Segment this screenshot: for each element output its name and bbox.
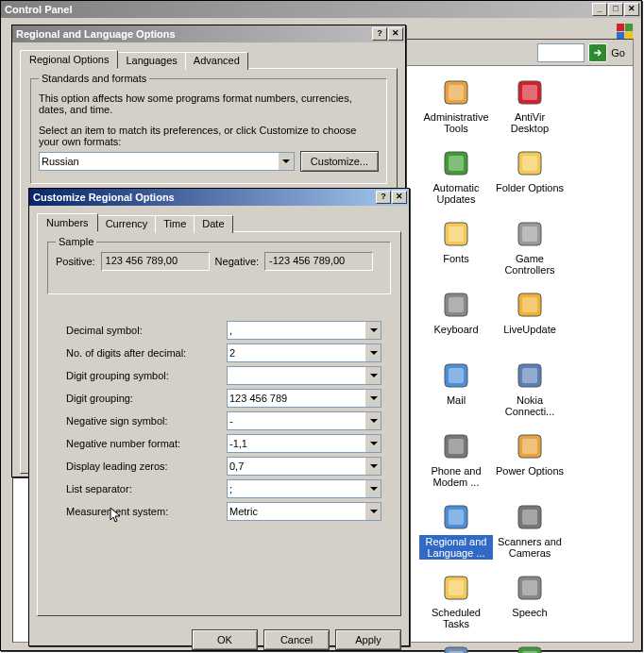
sample-group: Sample Positive: 123 456 789,00 Negative… [47, 242, 391, 294]
address-dropdown[interactable] [537, 43, 585, 62]
cp-item[interactable]: Taskbar and Start Menu [493, 642, 567, 653]
cp-item-icon [515, 431, 545, 461]
field-dropdown[interactable]: 0,7 [227, 457, 381, 476]
tab-time[interactable]: Time [155, 215, 195, 233]
dialog-title: Customize Regional Options [31, 192, 375, 203]
cp-item[interactable]: Speech [493, 571, 567, 642]
svg-rect-31 [522, 510, 537, 525]
svg-rect-0 [617, 24, 624, 31]
customize-button[interactable]: Customize... [300, 151, 379, 172]
cp-item-icon [441, 148, 471, 178]
regional-titlebar: Regional and Language Options ? ✕ [12, 25, 405, 42]
chevron-down-icon [279, 153, 294, 170]
cp-item[interactable]: Power Options [493, 429, 567, 500]
group-legend: Standards and formats [39, 73, 149, 84]
cp-item-icon [515, 644, 545, 653]
tab-advanced[interactable]: Advanced [185, 52, 248, 70]
close-button[interactable]: ✕ [392, 191, 407, 204]
cp-item-label: Phone and Modem ... [419, 464, 493, 489]
tab-languages[interactable]: Languages [117, 52, 185, 70]
go-button[interactable] [588, 43, 607, 62]
svg-rect-5 [449, 85, 464, 100]
field-dropdown[interactable]: 2 [227, 343, 381, 362]
customize-regional-dialog: Customize Regional Options ? ✕ Numbers C… [28, 188, 410, 646]
desc-text-2: Select an item to match its preferences,… [39, 125, 379, 147]
cp-item[interactable]: Phone and Modem ... [419, 429, 493, 500]
cp-item[interactable]: System [419, 642, 493, 653]
svg-rect-9 [449, 156, 464, 171]
sample-legend: Sample [56, 236, 96, 247]
cp-item[interactable]: Mail [419, 359, 493, 429]
field-dropdown[interactable]: 123 456 789 [227, 389, 381, 408]
desc-text-1: This option affects how some programs fo… [39, 92, 379, 115]
field-label: No. of digits after decimal: [66, 347, 227, 359]
cp-item[interactable]: Scanners and Cameras [493, 500, 567, 571]
locale-value: Russian [42, 156, 79, 167]
close-button[interactable]: ✕ [388, 27, 403, 41]
field-dropdown[interactable]: Metric [227, 502, 381, 521]
cp-item[interactable]: Regional and Language ... [419, 500, 493, 571]
field-label: Measurement system: [66, 506, 227, 517]
format-row: Display leading zeros:0,7 [66, 457, 381, 476]
cp-item-label: Scheduled Tasks [419, 606, 493, 630]
svg-rect-35 [522, 580, 537, 595]
field-dropdown[interactable]: , [227, 321, 381, 340]
format-row: Measurement system:Metric [66, 502, 381, 521]
cp-item-icon [441, 290, 471, 320]
close-button[interactable]: ✕ [624, 3, 639, 16]
field-label: Negative number format: [66, 438, 227, 449]
svg-rect-13 [449, 226, 464, 242]
field-value: 0,7 [229, 460, 244, 472]
regional-tabs: Regional Options Languages Advanced [20, 50, 405, 68]
chevron-down-icon [365, 344, 381, 361]
apply-button[interactable]: Apply [335, 629, 401, 650]
locale-dropdown[interactable]: Russian [39, 152, 295, 171]
field-value: ; [229, 483, 232, 494]
maximize-button[interactable]: □ [608, 3, 623, 16]
cp-item[interactable]: Keyboard [419, 288, 493, 359]
tab-regional-options[interactable]: Regional Options [20, 50, 118, 69]
cp-item[interactable]: Administrative Tools [419, 75, 493, 146]
cp-item[interactable]: Game Controllers [493, 217, 567, 288]
cp-item-label: AntiVir Desktop [493, 110, 567, 135]
cp-item-label: Folder Options [494, 181, 566, 194]
cp-item-icon [441, 77, 471, 108]
field-dropdown[interactable] [227, 366, 381, 385]
cp-item[interactable]: Automatic Updates [419, 146, 493, 217]
cp-item[interactable]: Scheduled Tasks [419, 571, 493, 642]
tab-numbers[interactable]: Numbers [37, 213, 98, 232]
cancel-button[interactable]: Cancel [263, 629, 330, 650]
tab-currency[interactable]: Currency [97, 215, 157, 233]
tab-date[interactable]: Date [194, 215, 232, 233]
cp-item-label: Administrative Tools [419, 110, 493, 135]
field-dropdown[interactable]: -1,1 [227, 434, 381, 453]
svg-rect-15 [522, 226, 537, 242]
minimize-button[interactable]: _ [592, 3, 607, 16]
customize-tab-body: Sample Positive: 123 456 789,00 Negative… [37, 231, 401, 616]
cp-item-label: Regional and Language ... [419, 535, 493, 560]
field-label: Negative sign symbol: [66, 415, 227, 427]
cp-item[interactable]: Nokia Connecti... [493, 359, 567, 429]
chevron-down-icon [365, 480, 381, 497]
svg-rect-7 [522, 85, 537, 100]
positive-label: Positive: [56, 256, 95, 267]
field-dropdown[interactable]: - [227, 411, 381, 430]
chevron-down-icon [365, 503, 381, 520]
cp-item-icon [515, 360, 545, 391]
chevron-down-icon [365, 458, 381, 475]
cp-item[interactable]: AntiVir Desktop [493, 75, 567, 146]
cp-item[interactable]: Fonts [419, 217, 493, 288]
chevron-down-icon [365, 367, 381, 384]
cp-item[interactable]: Folder Options [493, 146, 567, 217]
cp-item-icon [441, 644, 471, 653]
ok-button[interactable]: OK [192, 629, 258, 650]
cp-item[interactable]: LiveUpdate [493, 288, 567, 359]
standards-formats-group: Standards and formats This option affect… [30, 78, 387, 184]
chevron-down-icon [365, 322, 381, 339]
field-label: Display leading zeros: [66, 460, 227, 472]
svg-rect-11 [522, 156, 537, 171]
help-button[interactable]: ? [376, 191, 391, 204]
customize-titlebar: Customize Regional Options ? ✕ [29, 189, 409, 206]
field-dropdown[interactable]: ; [227, 479, 381, 498]
help-button[interactable]: ? [372, 27, 387, 41]
